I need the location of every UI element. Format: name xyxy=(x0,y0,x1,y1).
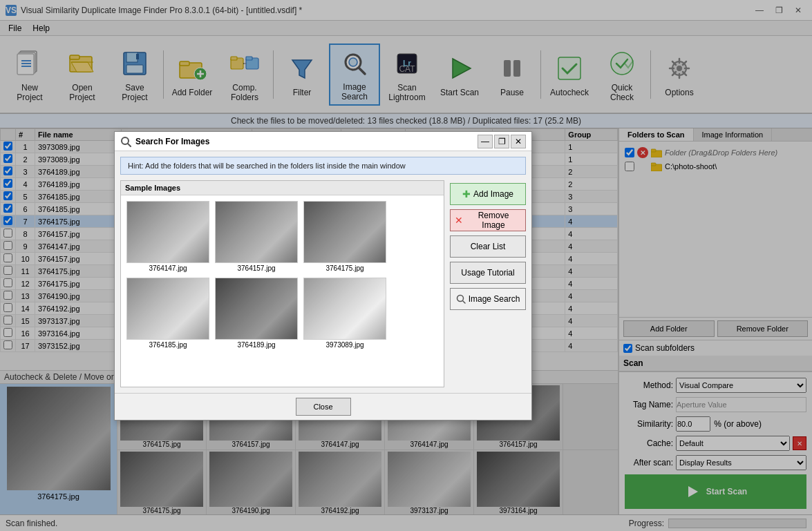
image-search-modal-label: Image Search xyxy=(469,294,520,304)
add-image-button[interactable]: ✚ Add Image xyxy=(450,183,526,205)
remove-image-icon: ✕ xyxy=(455,215,463,226)
modal-thumb-1[interactable]: 3764147.jpg xyxy=(126,201,209,272)
modal-body: Sample Images 3764147.jpg 3764157.jpg 37… xyxy=(115,180,531,393)
modal-images-title: Sample Images xyxy=(121,181,444,195)
modal-thumb-label-1: 3764147.jpg xyxy=(149,264,187,272)
modal-thumb-label-5: 3764189.jpg xyxy=(237,341,275,349)
modal-controls: — ❐ ✕ xyxy=(478,135,526,148)
modal-thumb-img-6 xyxy=(303,278,386,340)
modal-actions: ✚ Add Image ✕ Remove Image Clear List Us… xyxy=(450,180,526,387)
modal-thumb-img-2 xyxy=(215,201,298,263)
svg-line-43 xyxy=(463,301,465,303)
modal-thumb-img-5 xyxy=(215,278,298,340)
modal-minimize-button[interactable]: — xyxy=(478,135,493,148)
svg-line-41 xyxy=(128,144,131,146)
modal-search-icon xyxy=(120,136,131,147)
modal-thumb-img-1 xyxy=(126,201,209,263)
clear-list-label: Clear List xyxy=(471,242,506,251)
svg-point-42 xyxy=(457,296,463,302)
modal-titlebar: Search For Images — ❐ ✕ xyxy=(115,132,531,151)
modal-title-text: Search For Images xyxy=(135,137,209,146)
modal-images-grid: 3764147.jpg 3764157.jpg 3764175.jpg 3764… xyxy=(121,195,444,354)
remove-image-button[interactable]: ✕ Remove Image xyxy=(450,209,526,231)
modal-thumb-4[interactable]: 3764185.jpg xyxy=(126,278,209,349)
add-image-icon: ✚ xyxy=(462,189,471,200)
modal-thumb-label-6: 3973089.jpg xyxy=(325,341,363,349)
modal-thumb-3[interactable]: 3764175.jpg xyxy=(303,201,386,272)
modal-images-panel[interactable]: Sample Images 3764147.jpg 3764157.jpg 37… xyxy=(120,180,444,387)
add-image-label: Add Image xyxy=(473,189,513,199)
modal-footer: Close xyxy=(115,393,531,420)
modal-thumb-label-4: 3764185.jpg xyxy=(149,341,187,349)
modal-close-footer-button[interactable]: Close xyxy=(296,398,351,416)
modal-restore-button[interactable]: ❐ xyxy=(494,135,509,148)
usage-tutorial-button[interactable]: Usage Tutorial xyxy=(450,262,526,284)
modal-thumb-label-2: 3764157.jpg xyxy=(237,264,275,272)
modal-title-left: Search For Images xyxy=(120,136,209,147)
image-search-modal-icon xyxy=(456,294,466,304)
modal-thumb-img-4 xyxy=(126,278,209,340)
clear-list-button[interactable]: Clear List xyxy=(450,235,526,258)
modal-thumb-img-3 xyxy=(303,201,386,263)
modal-thumb-5[interactable]: 3764189.jpg xyxy=(215,278,298,349)
modal-thumb-label-3: 3764175.jpg xyxy=(325,264,363,272)
image-search-modal-button[interactable]: Image Search xyxy=(450,288,526,310)
modal-overlay: Search For Images — ❐ ✕ Hint: Add the fo… xyxy=(0,0,812,531)
modal-hint: Hint: Add the folders that will be searc… xyxy=(120,157,526,175)
modal-thumb-2[interactable]: 3764157.jpg xyxy=(215,201,298,272)
usage-tutorial-label: Usage Tutorial xyxy=(461,268,514,278)
modal-close-button[interactable]: ✕ xyxy=(511,135,526,148)
search-for-images-modal: Search For Images — ❐ ✕ Hint: Add the fo… xyxy=(114,131,532,421)
modal-thumb-6[interactable]: 3973089.jpg xyxy=(303,278,386,349)
remove-image-label: Remove Image xyxy=(466,211,521,230)
